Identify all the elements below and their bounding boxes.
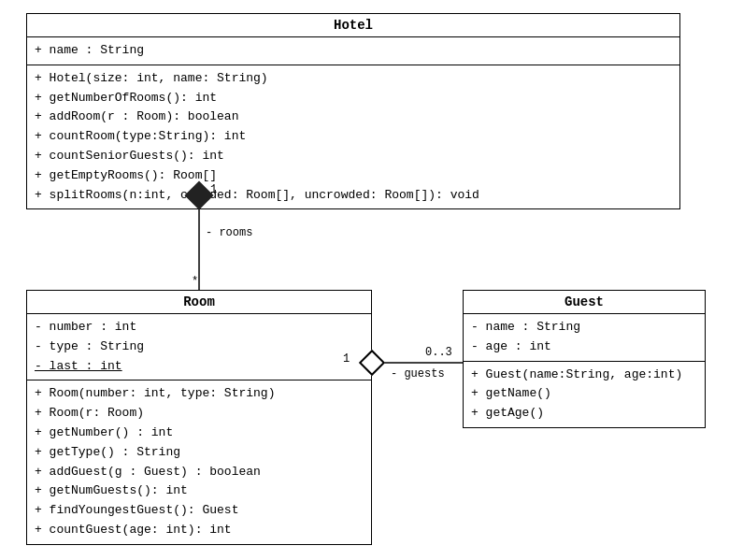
- guest-method-0: + Guest(name:String, age:int): [471, 366, 697, 385]
- hotel-room-multiplicity-hotel: 1: [210, 183, 217, 196]
- room-attr-1: - type : String: [35, 337, 364, 357]
- hotel-class: Hotel + name : String + Hotel(size: int,…: [26, 13, 680, 209]
- room-method-5: + getNumGuests(): int: [35, 481, 364, 501]
- hotel-title: Hotel: [27, 14, 679, 37]
- room-attr-2: - last : int: [35, 357, 364, 377]
- diagram-container: Hotel + name : String + Hotel(size: int,…: [0, 0, 729, 560]
- hotel-room-multiplicity-room: *: [192, 275, 198, 288]
- room-guest-multiplicity-room: 1: [343, 352, 350, 366]
- room-guest-multiplicity-guest: 0..3: [425, 346, 452, 359]
- hotel-room-role: - rooms: [206, 226, 252, 239]
- hotel-method-3: + countRoom(type:String): int: [35, 127, 672, 147]
- room-title: Room: [27, 291, 371, 314]
- room-method-0: + Room(number: int, type: String): [35, 384, 364, 404]
- hotel-method-4: + countSeniorGuests(): int: [35, 147, 672, 166]
- guest-method-1: + getName(): [471, 384, 697, 404]
- hotel-attr-0: + name : String: [35, 41, 672, 61]
- guest-method-2: + getAge(): [471, 404, 697, 424]
- guest-attr-0: - name : String: [471, 318, 697, 337]
- room-attr-0: - number : int: [35, 318, 364, 337]
- guest-title: Guest: [464, 291, 705, 314]
- room-class: Room - number : int - type : String - la…: [26, 290, 372, 545]
- room-method-6: + findYoungestGuest(): Guest: [35, 501, 364, 521]
- room-methods: + Room(number: int, type: String) + Room…: [27, 381, 371, 543]
- hotel-method-5: + getEmptyRooms(): Room[]: [35, 166, 672, 186]
- guest-attr-1: - age : int: [471, 337, 697, 357]
- hotel-method-6: + splitRooms(n:int, crowded: Room[], unc…: [35, 186, 672, 206]
- room-method-4: + addGuest(g : Guest) : boolean: [35, 463, 364, 482]
- hotel-attributes: + name : String: [27, 37, 679, 65]
- room-method-3: + getType() : String: [35, 443, 364, 463]
- room-method-1: + Room(r: Room): [35, 404, 364, 424]
- hotel-method-0: + Hotel(size: int, name: String): [35, 69, 672, 89]
- guest-class: Guest - name : String - age : int + Gues…: [463, 290, 706, 428]
- guest-methods: + Guest(name:String, age:int) + getName(…: [464, 362, 705, 427]
- room-method-7: + countGuest(age: int): int: [35, 521, 364, 540]
- hotel-method-1: + getNumberOfRooms(): int: [35, 89, 672, 108]
- guest-attributes: - name : String - age : int: [464, 314, 705, 362]
- room-attributes: - number : int - type : String - last : …: [27, 314, 371, 381]
- hotel-method-2: + addRoom(r : Room): boolean: [35, 108, 672, 127]
- hotel-methods: + Hotel(size: int, name: String) + getNu…: [27, 65, 679, 209]
- room-method-2: + getNumber() : int: [35, 424, 364, 443]
- room-guest-role: - guests: [391, 367, 445, 381]
